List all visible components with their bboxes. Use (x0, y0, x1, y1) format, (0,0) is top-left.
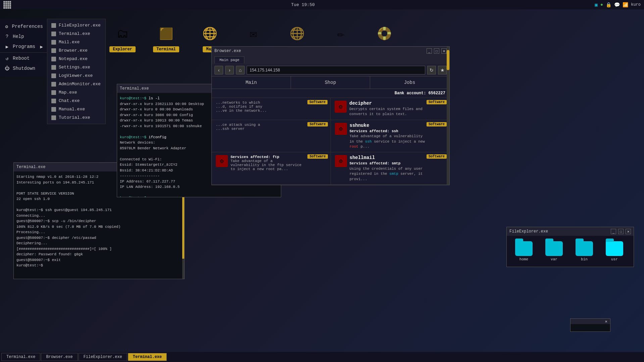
software-list: Software ...networks to which...d, notif… (212, 98, 449, 185)
sw-badge-partial2[interactable]: Software (307, 122, 328, 126)
app-adminmonitor[interactable]: AdminMonitor.exe (47, 80, 105, 88)
fileexp-maximize[interactable]: □ (618, 229, 624, 234)
browser-title: Browser.exe (214, 49, 241, 53)
app-terminal[interactable]: Terminal.exe (47, 30, 105, 38)
browser-address-bar[interactable] (247, 66, 425, 74)
folder-var[interactable]: var (542, 241, 566, 261)
sw-badge-decipher[interactable]: Software (427, 100, 447, 104)
preferences-icon: ⚙ (4, 23, 9, 30)
edit-icon-img: ✏ (329, 22, 352, 46)
software-card-shellmail: ⚙ shellmail Services affected: smtp Usin… (331, 152, 450, 185)
software-card-sshnuke: ⚙ sshnuke Services affected: ssh Take ad… (331, 120, 450, 152)
browser-back[interactable]: ‹ (214, 66, 223, 74)
app-browser[interactable]: Browser.exe (47, 46, 105, 55)
menu-item-preferences[interactable]: ⚙ Preferences (0, 21, 47, 32)
fileexp-body: home var bin usr (507, 236, 634, 267)
taskbar-terminal1[interactable]: Terminal.exe (1, 353, 40, 361)
sw-badge-shellmail[interactable]: Software (427, 154, 447, 159)
browser-maximize[interactable]: □ (434, 48, 439, 54)
folder-usr-label: usr (611, 257, 618, 261)
browser-scrollbar[interactable] (447, 47, 449, 185)
file-icon (51, 40, 56, 45)
lock-icon: 🔒 (606, 2, 611, 8)
sw-badge-ftp[interactable]: Software (307, 154, 328, 159)
app-map[interactable]: Map.exe (47, 88, 105, 97)
folder-bin-icon (576, 241, 593, 256)
chat-icon: 💬 (614, 2, 620, 8)
user-label: kuro (631, 2, 641, 7)
browser-nav: Main Shop Jobs (212, 76, 449, 89)
software-row-3: Software ⚙ Services affected: ftp Take a… (212, 152, 449, 185)
app-fileexplorer[interactable]: FileExplorer.exe (47, 21, 105, 30)
sshnuke-icon: ⚙ (335, 123, 347, 135)
fileexp-window: FileExplorer.exe _ □ ✕ home var bin (506, 227, 634, 267)
browser-nav-jobs[interactable]: Jobs (370, 76, 449, 89)
taskbar-terminal2[interactable]: Terminal.exe (128, 353, 167, 361)
terminal-br-close[interactable]: ✕ (603, 319, 609, 324)
software-card-ftp: Software ⚙ Services affected: ftp Take a… (212, 152, 331, 185)
taskbar-fileexplorer[interactable]: FileExplorer.exe (79, 353, 127, 361)
browser-minimize[interactable]: _ (427, 48, 432, 54)
app-mail[interactable]: Mail.exe (47, 38, 105, 46)
menu-item-help[interactable]: ? Help (0, 32, 47, 42)
terminal-icon-img: ⬛ (154, 22, 178, 46)
sw-badge-sshnuke[interactable]: Software (427, 122, 447, 126)
help-icon-img: 🛟 (373, 22, 396, 46)
topbar-right: ▣ ● 🔒 💬 📶 kuro (595, 2, 641, 8)
explorer-icon-img: 🗂 (111, 22, 134, 46)
desktop-icon-explorer[interactable]: 🗂 Explorer (101, 22, 144, 52)
fileexp-close[interactable]: ✕ (626, 229, 631, 234)
browser-titlebar: Browser.exe _ □ ✕ (212, 47, 449, 55)
folder-usr-icon (606, 241, 623, 256)
file-icon (51, 32, 56, 36)
folder-home[interactable]: home (512, 241, 536, 261)
wifi-icon: 📶 (623, 2, 628, 8)
app-logviewer[interactable]: LogViewer.exe (47, 71, 105, 80)
app-manual[interactable]: Manual.exe (47, 105, 105, 113)
folder-bin[interactable]: bin (573, 241, 596, 261)
sw-badge-partial[interactable]: Software (307, 100, 328, 104)
app-notepad[interactable]: Notepad.exe (47, 55, 105, 63)
browser-forward[interactable]: › (225, 66, 234, 74)
bank-label: Bank account: (395, 91, 429, 96)
browser-scrollbar-thumb (447, 50, 449, 70)
shellmail-title: shellmail (350, 155, 426, 160)
browser-nav-main[interactable]: Main (212, 76, 291, 89)
mail-icon-img: ✉ (242, 22, 265, 46)
terminal-br-titlebar: ✕ (571, 319, 610, 324)
browser-nav-shop[interactable]: Shop (291, 76, 370, 89)
taskbar-browser[interactable]: Browser.exe (41, 353, 78, 361)
app-submenu: FileExplorer.exe Terminal.exe Mail.exe B… (47, 19, 106, 124)
grid-icon[interactable] (3, 1, 11, 9)
desktop-icon-terminal[interactable]: ⬛ Terminal (144, 22, 188, 52)
browser-close[interactable]: ✕ (441, 48, 447, 54)
browser-refresh[interactable]: ↻ (427, 66, 436, 74)
decipher-title: decipher (349, 101, 425, 106)
app-chat[interactable]: Chat.exe (47, 97, 105, 105)
file-icon (51, 48, 56, 53)
topbar-datetime: Tue 19:50 (291, 2, 315, 7)
taskbar: Terminal.exe Browser.exe FileExplorer.ex… (0, 352, 644, 362)
menu-item-reboot[interactable]: ↺ Reboot (0, 53, 47, 63)
menu-item-shutdown[interactable]: ⏻ Shutdown (0, 63, 47, 73)
software-card-decipher: ⚙ decipher Decrypts certain system files… (331, 98, 449, 120)
software-card-partial: Software ...networks to which...d, notif… (212, 98, 331, 120)
browser-home[interactable]: ⌂ (236, 66, 245, 74)
decipher-desc: Decrypts certain system files and conver… (349, 107, 425, 117)
folder-home-label: home (519, 257, 528, 261)
programs-icon: ▶ (4, 44, 10, 50)
browser-bookmark[interactable]: ★ (438, 66, 447, 74)
file-icon (51, 65, 56, 70)
browser-tab-main[interactable]: Main page (214, 56, 244, 63)
folder-usr[interactable]: usr (603, 241, 626, 261)
help-icon: ? (4, 34, 10, 40)
menu-separator (0, 52, 47, 53)
fileexp-minimize[interactable]: _ (611, 229, 616, 234)
app-tutorial[interactable]: Tutorial.exe (47, 113, 105, 122)
fileexp-controls: _ □ ✕ (611, 229, 631, 234)
sshnuke-info: sshnuke Services affected: ssh Take adva… (350, 123, 446, 150)
menu-item-programs[interactable]: ▶ Programs ▶ (0, 42, 47, 52)
reboot-icon: ↺ (4, 55, 10, 61)
app-settings[interactable]: Settings.exe (47, 63, 105, 71)
file-icon (51, 90, 56, 95)
